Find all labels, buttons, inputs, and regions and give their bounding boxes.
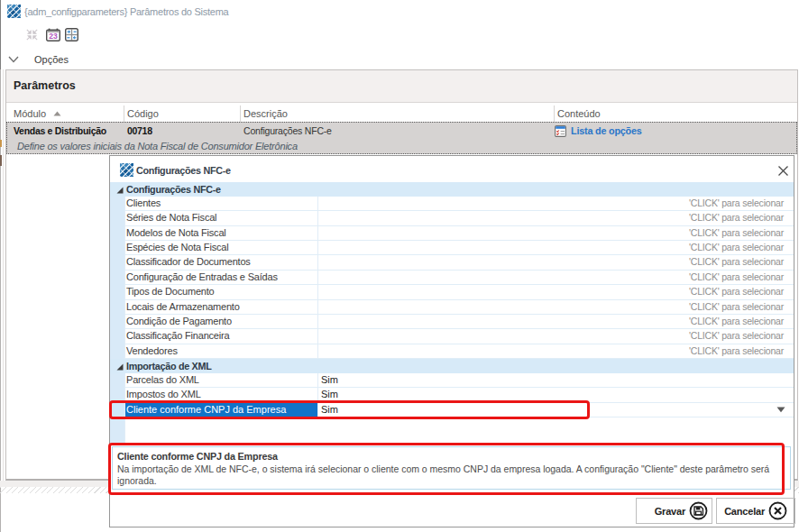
svg-text:23: 23 [49, 32, 58, 41]
